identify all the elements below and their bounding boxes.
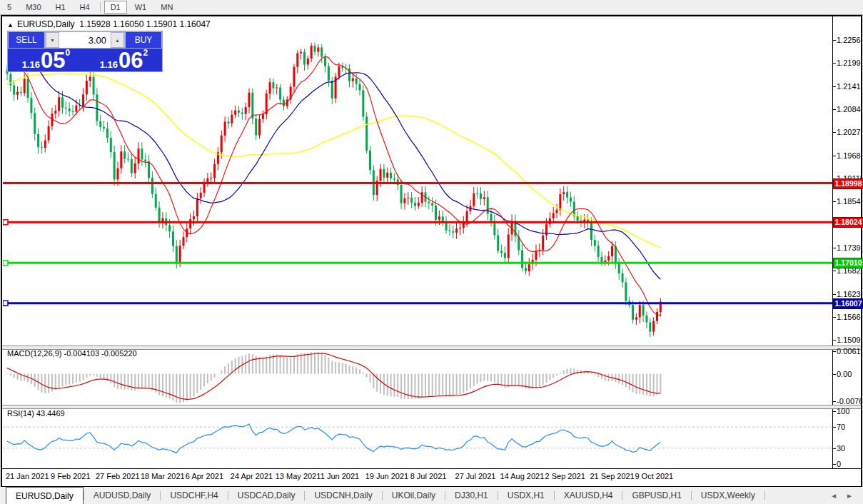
time-axis-label: 27 Jul 2021 [455,472,496,480]
macd-axis-tick [832,401,836,402]
price-axis-label: 1.19685 [837,151,862,160]
rsi-axis-tick [832,448,836,449]
price-axis-label: 1.15095 [837,336,862,344]
macd-axis-tick [832,374,836,375]
time-axis-label: 21 Jan 2021 [6,472,49,480]
timeframe-button-mn[interactable]: MN [154,1,179,14]
tab-separator [764,491,765,500]
rsi-axis-label: 100 [837,407,862,415]
price-axis-label: 1.15665 [837,313,862,321]
sell-button[interactable]: SELL [8,31,45,49]
time-axis-label: 14 Aug 2021 [500,472,545,480]
buy-button[interactable]: BUY [125,31,162,49]
one-click-trading-panel: SELL ▼ 3.00 ▲ BUY 1.16 05 0 1.16 06 2 [7,31,163,72]
chart-tab-dj30-h1[interactable]: DJ30,H1 [445,487,498,504]
buy-price-prefix: 1.16 [100,59,118,70]
chart-symbol-label: EURUSD,Daily [17,19,75,29]
chart-tab-usdx-h1[interactable]: USDX,H1 [498,487,554,504]
timeframe-button-h4[interactable]: H4 [74,1,96,14]
chart-tab-audusd-daily[interactable]: AUDUSD,Daily [84,487,161,504]
chart-tab-gbpusd-h1[interactable]: GBPUSD,H1 [622,487,690,504]
price-axis-tick [832,340,836,341]
price-axis-label: 1.20840 [837,105,862,114]
toolbar-separator [100,2,101,12]
tabs-scroll-left-icon[interactable]: ◄ [826,492,842,500]
time-axis-border [2,468,861,469]
macd-indicator-label: MACD(12,26,9) -0.004103 -0.005220 [7,349,137,358]
time-axis-label: 27 Feb 2021 [96,472,140,480]
price-level-badge: 1.16007 [833,298,863,309]
sell-price-prefix: 1.16 [22,59,40,70]
chart-ohlc-values: 1.15928 1.16050 1.15901 1.16047 [79,19,211,29]
time-axis-label: 19 Jun 2021 [365,472,409,480]
volume-stepper: ▼ 3.00 ▲ [45,31,125,49]
chart-tab-ukoil-daily[interactable]: UKOil,Daily [383,487,445,504]
sell-price-pip: 0 [66,49,71,57]
price-axis-divider [832,16,833,468]
time-axis-label: 8 Jul 2021 [410,472,447,480]
time-axis-label: 18 Mar 2021 [141,472,185,480]
timeframe-button-w1[interactable]: W1 [128,1,153,14]
price-axis-label: 1.21410 [837,82,862,91]
sell-price-big: 05 [41,51,65,70]
chart-tab-usdcad-daily[interactable]: USDCAD,Daily [228,487,305,504]
timeframe-toolbar: 5M30H1H4D1W1MN [0,0,863,15]
rsi-axis-tick [832,411,836,412]
chart-tab-usdchf-h4[interactable]: USDCHF,H4 [161,487,227,504]
chart-title: ▲EURUSD,Daily 1.15928 1.16050 1.15901 1.… [7,19,211,29]
price-axis-tick [832,271,836,271]
macd-axis-label: 0.006193 [837,347,862,356]
price-level-badge: 1.18998 [833,178,863,189]
price-axis-tick [832,109,836,110]
timeframe-button-5[interactable]: 5 [1,1,18,14]
chart-tab-xauusd-h4[interactable]: XAUUSD,H4 [555,487,622,504]
buy-price-big: 06 [118,51,143,70]
chart-tab-usdx-weekly[interactable]: USDX,Weekly [692,487,764,504]
macd-axis-label: 0.00 [837,370,862,378]
buy-price-pip: 2 [143,49,148,57]
price-axis-label: 1.21995 [837,59,862,67]
sell-price-display[interactable]: 1.16 05 0 [8,49,84,71]
price-axis-tick [832,248,836,248]
buy-price-display[interactable]: 1.16 06 2 [86,49,162,71]
rsi-axis-label: 30 [837,444,862,453]
price-axis-tick [832,156,836,156]
macd-axis-tick [832,351,836,352]
price-axis-tick [832,63,836,64]
price-axis-tick [832,201,836,202]
volume-input[interactable]: 3.00 [59,32,111,48]
tabs-scroll-right-icon[interactable]: ► [842,492,857,500]
price-level-badge: 1.17010 [833,258,863,268]
time-axis-label: 21 Sep 2021 [590,472,634,480]
rsi-splitter[interactable] [2,405,861,409]
time-axis-label: 6 Apr 2021 [186,472,223,480]
rsi-axis-label: 70 [837,423,862,431]
price-level-badge: 1.18024 [833,217,863,228]
price-axis-tick [832,294,836,295]
time-axis-label: 9 Oct 2021 [635,472,673,480]
rsi-indicator-label: RSI(14) 43.4469 [7,409,65,418]
price-axis-tick [832,317,836,318]
timeframe-button-h1[interactable]: H1 [49,1,72,14]
chart-window [1,15,862,488]
rsi-axis-tick [832,464,836,465]
volume-decrease-icon[interactable]: ▼ [46,32,59,48]
time-axis-label: 24 Apr 2021 [231,472,273,480]
timeframe-button-d1[interactable]: D1 [104,1,127,14]
price-axis-label: 1.22565 [837,36,862,44]
chart-tab-usdcnh-daily[interactable]: USDCNH,Daily [305,487,381,504]
price-axis-tick [832,86,836,87]
chart-tab-eurusd-daily[interactable]: EURUSD,Daily [6,487,84,504]
volume-increase-icon[interactable]: ▲ [111,32,124,48]
price-axis-tick [832,40,836,41]
chart-expand-icon[interactable]: ▲ [7,21,14,29]
time-axis-label: 13 May 2021 [276,472,321,480]
price-axis-label: 1.20270 [837,128,862,136]
rsi-axis-tick [832,427,836,428]
timeframe-button-m30[interactable]: M30 [19,1,47,14]
price-axis-label: 1.17390 [837,243,862,252]
price-axis-tick [832,132,836,133]
price-axis-label: 1.16235 [837,290,862,298]
time-axis-label: 9 Feb 2021 [51,472,91,480]
time-axis-label: 2 Sep 2021 [545,472,585,480]
